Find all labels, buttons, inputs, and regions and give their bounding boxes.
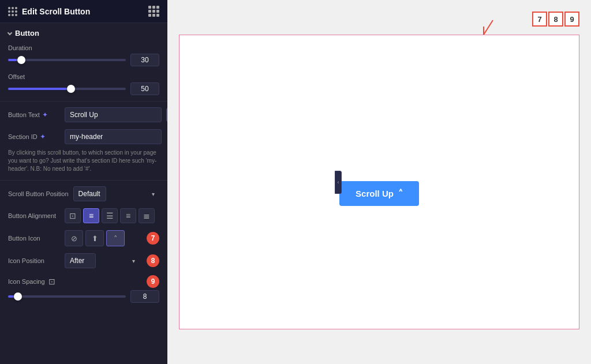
num-box-7: 7 — [532, 12, 547, 27]
offset-input[interactable] — [130, 82, 159, 95]
sidebar: Edit Scroll Button Button Duration Offse… — [0, 0, 167, 364]
duration-slider-track[interactable] — [8, 59, 126, 61]
button-alignment-row: Button Alignment ⊡ ≡ ☰ ≡ ≣ — [0, 205, 167, 227]
icon-spacing-fill — [8, 295, 14, 298]
icon-upload-btn[interactable]: ⬆ — [85, 230, 104, 246]
badge-8: 8 — [147, 254, 159, 267]
scroll-btn-icon: ˄ — [398, 188, 403, 199]
duration-input[interactable] — [130, 54, 159, 66]
icon-spacing-row: Icon Spacing ⊡ 9 — [0, 272, 167, 306]
icon-spacing-thumb — [14, 292, 22, 301]
duration-row: Duration — [0, 41, 167, 70]
offset-label: Offset — [8, 73, 159, 80]
icon-position-row: Icon Position After Before 8 — [0, 250, 167, 272]
button-text-label: Button Text ✦ — [8, 111, 60, 119]
scroll-position-label: Scroll Button Position — [8, 190, 69, 197]
scroll-position-select-wrapper: Default Fixed Sticky — [73, 186, 159, 201]
icon-none-btn[interactable]: ⊘ — [65, 230, 83, 246]
scroll-btn-text: Scroll Up — [356, 189, 394, 198]
button-icon-label: Button Icon — [8, 235, 60, 242]
offset-slider-track[interactable] — [8, 88, 126, 90]
main-canvas: 7 8 9 Scroll Up ˄ ‹ — [167, 0, 591, 364]
number-boxes: 7 8 9 — [532, 12, 579, 27]
scroll-up-button[interactable]: Scroll Up ˄ — [339, 181, 419, 206]
dynamic-icon-section-id: ✦ — [40, 133, 46, 141]
icon-chevron-btn[interactable]: ˄ — [106, 230, 125, 246]
preview-area: Scroll Up ˄ — [179, 35, 579, 329]
icon-spacing-slider-row — [8, 290, 159, 303]
scroll-position-select[interactable]: Default Fixed Sticky — [73, 186, 106, 201]
badge-9: 9 — [147, 275, 159, 288]
offset-row: Offset — [0, 70, 167, 99]
duration-label: Duration — [8, 44, 159, 51]
icon-spacing-slider-track[interactable] — [8, 295, 126, 298]
align-left-btn[interactable]: ≡ — [83, 208, 99, 223]
monitor-icon: ⊡ — [48, 277, 55, 286]
sidebar-collapse-btn[interactable]: ‹ — [335, 171, 342, 194]
section-id-description: By clicking this scroll button, to which… — [0, 148, 167, 178]
duration-slider-thumb — [17, 56, 25, 64]
badge-7: 7 — [147, 232, 159, 245]
icon-position-select-wrapper: After Before — [65, 253, 140, 268]
button-text-input[interactable] — [65, 107, 162, 122]
icon-spacing-label: Icon Spacing — [8, 278, 45, 285]
scroll-position-row: Scroll Button Position Default Fixed Sti… — [0, 183, 167, 205]
align-monitor-btn[interactable]: ⊡ — [65, 208, 81, 223]
grid-icon[interactable] — [148, 6, 159, 17]
offset-slider-thumb — [67, 85, 75, 93]
offset-slider-row — [8, 82, 159, 95]
duration-slider-fill — [8, 59, 17, 61]
icon-spacing-input[interactable] — [130, 290, 159, 303]
section-label[interactable]: Button — [0, 23, 167, 41]
button-alignment-label: Button Alignment — [8, 212, 60, 219]
icon-position-select[interactable]: After Before — [65, 253, 96, 268]
align-justify-btn[interactable]: ≣ — [139, 208, 155, 223]
num-box-9: 9 — [564, 12, 579, 27]
align-right-btn[interactable]: ≡ — [120, 208, 136, 223]
section-id-label: Section ID ✦ — [8, 133, 60, 141]
duration-slider-row — [8, 54, 159, 66]
offset-slider-fill — [8, 88, 67, 90]
dynamic-icon-btn-text: ✦ — [42, 111, 48, 119]
sidebar-title: Edit Scroll Button — [22, 7, 90, 16]
chevron-down-icon — [8, 30, 12, 35]
align-center-btn[interactable]: ☰ — [102, 208, 118, 223]
section-id-input[interactable] — [65, 129, 162, 144]
alignment-buttons: ⊡ ≡ ☰ ≡ ≣ — [65, 208, 155, 223]
sidebar-header: Edit Scroll Button — [0, 0, 167, 23]
button-icon-row: Button Icon ⊘ ⬆ ˄ 7 — [0, 227, 167, 250]
icon-position-label: Icon Position — [8, 257, 60, 264]
button-text-row: Button Text ✦ ≡ — [0, 104, 167, 126]
divider-2 — [0, 180, 167, 181]
icon-picker: ⊘ ⬆ ˄ — [65, 230, 140, 246]
menu-icon[interactable] — [8, 7, 17, 16]
divider-1 — [0, 101, 167, 102]
num-box-8: 8 — [548, 12, 563, 27]
header-left: Edit Scroll Button — [8, 7, 90, 16]
section-id-row: Section ID ✦ — [0, 126, 167, 148]
